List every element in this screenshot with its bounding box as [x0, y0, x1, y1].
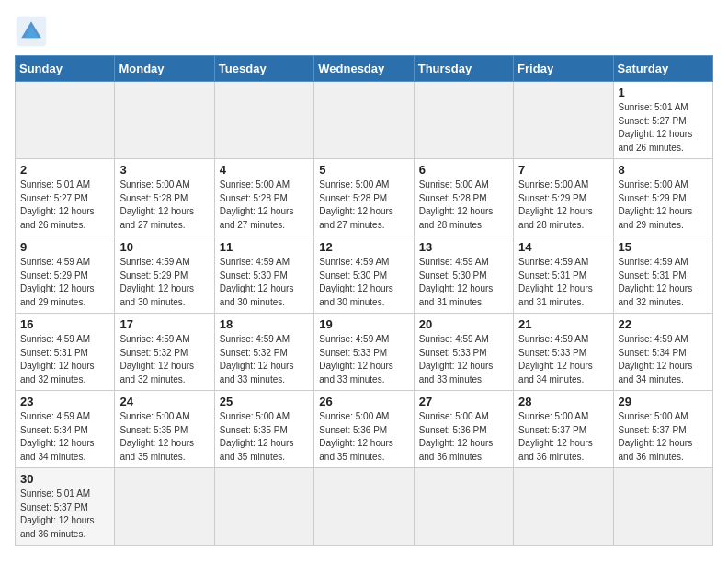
calendar-week-row: 30Sunrise: 5:01 AM Sunset: 5:37 PM Dayli… [16, 468, 713, 546]
weekday-header-thursday: Thursday [414, 56, 513, 82]
day-number: 18 [220, 317, 309, 331]
calendar-cell [613, 468, 712, 546]
day-number: 12 [319, 240, 408, 254]
calendar-cell [214, 468, 313, 546]
day-info: Sunrise: 4:59 AM Sunset: 5:30 PM Dayligh… [419, 256, 508, 309]
day-number: 4 [220, 163, 309, 177]
day-info: Sunrise: 4:59 AM Sunset: 5:30 PM Dayligh… [319, 256, 408, 309]
weekday-header-wednesday: Wednesday [314, 56, 414, 82]
day-info: Sunrise: 4:59 AM Sunset: 5:32 PM Dayligh… [119, 333, 209, 386]
day-number: 13 [419, 240, 508, 254]
day-number: 24 [119, 395, 209, 408]
day-number: 16 [20, 317, 109, 331]
calendar-cell: 2Sunrise: 5:01 AM Sunset: 5:27 PM Daylig… [16, 159, 115, 236]
calendar-cell [414, 468, 513, 546]
calendar-cell [314, 82, 414, 159]
day-info: Sunrise: 4:59 AM Sunset: 5:30 PM Dayligh… [220, 256, 309, 309]
day-info: Sunrise: 5:00 AM Sunset: 5:29 PM Dayligh… [518, 178, 608, 232]
day-info: Sunrise: 5:00 AM Sunset: 5:36 PM Dayligh… [419, 410, 508, 464]
calendar-cell: 18Sunrise: 4:59 AM Sunset: 5:32 PM Dayli… [214, 314, 313, 391]
day-info: Sunrise: 5:00 AM Sunset: 5:29 PM Dayligh… [619, 178, 708, 232]
calendar-cell [115, 468, 214, 546]
calendar-cell: 13Sunrise: 4:59 AM Sunset: 5:30 PM Dayli… [414, 236, 513, 314]
day-number: 25 [220, 395, 309, 408]
day-number: 23 [20, 395, 109, 408]
calendar-cell: 12Sunrise: 4:59 AM Sunset: 5:30 PM Dayli… [314, 236, 414, 314]
calendar-cell: 11Sunrise: 4:59 AM Sunset: 5:30 PM Dayli… [214, 236, 313, 314]
day-number: 20 [419, 317, 508, 331]
day-info: Sunrise: 4:59 AM Sunset: 5:29 PM Dayligh… [20, 256, 109, 309]
calendar-cell: 15Sunrise: 4:59 AM Sunset: 5:31 PM Dayli… [613, 236, 712, 314]
calendar-week-row: 9Sunrise: 4:59 AM Sunset: 5:29 PM Daylig… [16, 236, 713, 314]
calendar-cell: 25Sunrise: 5:00 AM Sunset: 5:35 PM Dayli… [214, 391, 313, 468]
calendar-cell: 1Sunrise: 5:01 AM Sunset: 5:27 PM Daylig… [613, 82, 712, 159]
calendar-table: SundayMondayTuesdayWednesdayThursdayFrid… [15, 55, 713, 546]
day-number: 19 [319, 317, 408, 331]
day-number: 21 [518, 317, 608, 331]
calendar-cell [414, 82, 513, 159]
day-number: 27 [419, 395, 508, 408]
day-number: 10 [119, 240, 209, 254]
calendar-week-row: 23Sunrise: 4:59 AM Sunset: 5:34 PM Dayli… [16, 391, 713, 468]
calendar-cell [514, 82, 613, 159]
calendar-cell: 7Sunrise: 5:00 AM Sunset: 5:29 PM Daylig… [514, 159, 613, 236]
weekday-header-sunday: Sunday [16, 56, 115, 82]
calendar-cell: 20Sunrise: 4:59 AM Sunset: 5:33 PM Dayli… [414, 314, 513, 391]
day-info: Sunrise: 5:00 AM Sunset: 5:37 PM Dayligh… [518, 410, 608, 464]
logo [15, 15, 53, 48]
calendar-cell: 22Sunrise: 4:59 AM Sunset: 5:34 PM Dayli… [613, 314, 712, 391]
calendar-cell: 26Sunrise: 5:00 AM Sunset: 5:36 PM Dayli… [314, 391, 414, 468]
day-info: Sunrise: 5:01 AM Sunset: 5:37 PM Dayligh… [20, 488, 109, 541]
day-number: 2 [20, 163, 109, 177]
weekday-header-saturday: Saturday [613, 56, 712, 82]
day-info: Sunrise: 5:01 AM Sunset: 5:27 PM Dayligh… [619, 101, 708, 155]
calendar-cell: 29Sunrise: 5:00 AM Sunset: 5:37 PM Dayli… [613, 391, 712, 468]
calendar-cell [214, 82, 313, 159]
calendar-cell: 10Sunrise: 4:59 AM Sunset: 5:29 PM Dayli… [115, 236, 214, 314]
day-info: Sunrise: 4:59 AM Sunset: 5:31 PM Dayligh… [619, 256, 708, 309]
page-header [15, 15, 713, 48]
calendar-cell: 9Sunrise: 4:59 AM Sunset: 5:29 PM Daylig… [16, 236, 115, 314]
day-number: 11 [220, 240, 309, 254]
day-info: Sunrise: 4:59 AM Sunset: 5:33 PM Dayligh… [319, 333, 408, 386]
day-number: 15 [619, 240, 708, 254]
calendar-cell: 24Sunrise: 5:00 AM Sunset: 5:35 PM Dayli… [115, 391, 214, 468]
weekday-header-tuesday: Tuesday [214, 56, 313, 82]
day-number: 7 [518, 163, 608, 177]
day-info: Sunrise: 4:59 AM Sunset: 5:33 PM Dayligh… [419, 333, 508, 386]
calendar-cell: 8Sunrise: 5:00 AM Sunset: 5:29 PM Daylig… [613, 159, 712, 236]
day-number: 26 [319, 395, 408, 408]
calendar-week-row: 16Sunrise: 4:59 AM Sunset: 5:31 PM Dayli… [16, 314, 713, 391]
calendar-cell: 23Sunrise: 4:59 AM Sunset: 5:34 PM Dayli… [16, 391, 115, 468]
day-info: Sunrise: 4:59 AM Sunset: 5:32 PM Dayligh… [220, 333, 309, 386]
calendar-cell: 5Sunrise: 5:00 AM Sunset: 5:28 PM Daylig… [314, 159, 414, 236]
calendar-cell: 17Sunrise: 4:59 AM Sunset: 5:32 PM Dayli… [115, 314, 214, 391]
calendar-cell: 21Sunrise: 4:59 AM Sunset: 5:33 PM Dayli… [514, 314, 613, 391]
day-info: Sunrise: 5:00 AM Sunset: 5:35 PM Dayligh… [220, 410, 309, 464]
day-info: Sunrise: 5:00 AM Sunset: 5:37 PM Dayligh… [619, 410, 708, 464]
calendar-cell: 6Sunrise: 5:00 AM Sunset: 5:28 PM Daylig… [414, 159, 513, 236]
calendar-cell [514, 468, 613, 546]
day-info: Sunrise: 4:59 AM Sunset: 5:31 PM Dayligh… [20, 333, 109, 386]
calendar-cell: 28Sunrise: 5:00 AM Sunset: 5:37 PM Dayli… [514, 391, 613, 468]
calendar-cell: 16Sunrise: 4:59 AM Sunset: 5:31 PM Dayli… [16, 314, 115, 391]
day-info: Sunrise: 4:59 AM Sunset: 5:29 PM Dayligh… [119, 256, 209, 309]
day-number: 6 [419, 163, 508, 177]
day-number: 9 [20, 240, 109, 254]
day-info: Sunrise: 4:59 AM Sunset: 5:34 PM Dayligh… [619, 333, 708, 386]
day-number: 30 [20, 472, 109, 486]
calendar-week-row: 2Sunrise: 5:01 AM Sunset: 5:27 PM Daylig… [16, 159, 713, 236]
weekday-header-friday: Friday [514, 56, 613, 82]
day-info: Sunrise: 5:00 AM Sunset: 5:28 PM Dayligh… [119, 178, 209, 232]
day-number: 3 [119, 163, 209, 177]
weekday-header-monday: Monday [115, 56, 214, 82]
calendar-cell [115, 82, 214, 159]
day-info: Sunrise: 4:59 AM Sunset: 5:34 PM Dayligh… [20, 410, 109, 464]
calendar-week-row: 1Sunrise: 5:01 AM Sunset: 5:27 PM Daylig… [16, 82, 713, 159]
day-number: 22 [619, 317, 708, 331]
day-number: 5 [319, 163, 408, 177]
logo-icon [15, 15, 48, 48]
day-info: Sunrise: 4:59 AM Sunset: 5:31 PM Dayligh… [518, 256, 608, 309]
calendar-cell: 30Sunrise: 5:01 AM Sunset: 5:37 PM Dayli… [16, 468, 115, 546]
day-number: 28 [518, 395, 608, 408]
